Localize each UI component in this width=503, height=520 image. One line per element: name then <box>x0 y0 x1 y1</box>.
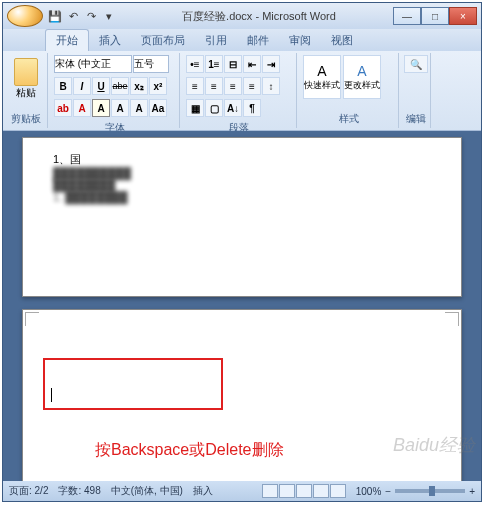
app-window: 💾 ↶ ↷ ▾ 百度经验.docx - Microsoft Word — □ ×… <box>2 2 482 502</box>
status-insert-mode[interactable]: 插入 <box>193 484 213 498</box>
subscript-button[interactable]: x₂ <box>130 77 148 95</box>
quick-access-toolbar: 💾 ↶ ↷ ▾ <box>47 8 117 24</box>
tab-references[interactable]: 引用 <box>195 30 237 51</box>
ribbon-tabs: 开始 插入 页面布局 引用 邮件 审阅 视图 <box>3 29 481 51</box>
minimize-button[interactable]: — <box>393 7 421 25</box>
multilevel-button[interactable]: ⊟ <box>224 55 242 73</box>
office-button[interactable] <box>7 5 43 27</box>
document-area[interactable]: 1、国 ██████████ ████████ 1. ████████ 按Bac… <box>3 131 481 481</box>
group-styles: A 快速样式 A 更改样式 样式 <box>299 53 399 128</box>
draft-view-button[interactable] <box>330 484 346 498</box>
justify-button[interactable]: ≡ <box>243 77 261 95</box>
annotation-text: 按Backspace或Delete删除 <box>95 440 284 461</box>
group-paragraph: •≡ 1≡ ⊟ ⇤ ⇥ ≡ ≡ ≡ ≡ ↕ ▦ ▢ A↓ ¶ <box>182 53 297 128</box>
window-title: 百度经验.docx - Microsoft Word <box>125 9 393 24</box>
line-spacing-button[interactable]: ↕ <box>262 77 280 95</box>
font-family-select[interactable] <box>54 55 132 73</box>
underline-button[interactable]: U <box>92 77 110 95</box>
tab-mailings[interactable]: 邮件 <box>237 30 279 51</box>
save-icon[interactable]: 💾 <box>47 8 63 24</box>
status-bar: 页面: 2/2 字数: 498 中文(简体, 中国) 插入 100% − + <box>3 481 481 501</box>
show-marks-button[interactable]: ¶ <box>243 99 261 117</box>
quick-styles-label: 快速样式 <box>304 79 340 92</box>
paste-button[interactable]: 粘贴 <box>9 55 43 110</box>
tab-insert[interactable]: 插入 <box>89 30 131 51</box>
redo-icon[interactable]: ↷ <box>83 8 99 24</box>
shading-button[interactable]: ▦ <box>186 99 204 117</box>
web-layout-view-button[interactable] <box>296 484 312 498</box>
zoom-level[interactable]: 100% <box>356 486 382 497</box>
qat-dropdown-icon[interactable]: ▾ <box>101 8 117 24</box>
status-word-count[interactable]: 字数: 498 <box>58 484 100 498</box>
tab-home[interactable]: 开始 <box>45 29 89 51</box>
change-styles-button[interactable]: A 更改样式 <box>343 55 381 99</box>
status-page[interactable]: 页面: 2/2 <box>9 484 48 498</box>
view-buttons <box>262 484 346 498</box>
styles-group-label: 样式 <box>303 110 394 126</box>
close-button[interactable]: × <box>449 7 477 25</box>
ribbon: 粘贴 剪贴板 B I U abe x₂ x² <box>3 51 481 131</box>
grow-font-button[interactable]: A <box>130 99 148 117</box>
change-case-button[interactable]: Aa <box>149 99 167 117</box>
quick-styles-button[interactable]: A 快速样式 <box>303 55 341 99</box>
zoom-in-button[interactable]: + <box>469 486 475 497</box>
doc-text-line: 1、国 <box>53 152 431 167</box>
paste-label: 粘贴 <box>16 86 36 100</box>
group-clipboard: 粘贴 剪贴板 <box>5 53 48 128</box>
text-cursor <box>51 388 52 402</box>
zoom-control: 100% − + <box>356 486 475 497</box>
outline-view-button[interactable] <box>313 484 329 498</box>
tab-layout[interactable]: 页面布局 <box>131 30 195 51</box>
group-font: B I U abe x₂ x² ab A A A A Aa 字体 <box>50 53 180 128</box>
bullets-button[interactable]: •≡ <box>186 55 204 73</box>
italic-button[interactable]: I <box>73 77 91 95</box>
quick-styles-icon: A <box>317 63 326 79</box>
zoom-out-button[interactable]: − <box>385 486 391 497</box>
align-right-button[interactable]: ≡ <box>224 77 242 95</box>
bold-button[interactable]: B <box>54 77 72 95</box>
status-language[interactable]: 中文(简体, 中国) <box>111 484 183 498</box>
title-bar: 💾 ↶ ↷ ▾ 百度经验.docx - Microsoft Word — □ × <box>3 3 481 29</box>
editing-group-label: 编辑 <box>405 110 426 126</box>
align-center-button[interactable]: ≡ <box>205 77 223 95</box>
page-1[interactable]: 1、国 ██████████ ████████ 1. ████████ <box>22 137 462 297</box>
annotation-box <box>43 358 223 410</box>
zoom-slider[interactable] <box>395 489 465 493</box>
font-color-button[interactable]: A <box>73 99 91 117</box>
font-size-select[interactable] <box>133 55 169 73</box>
change-styles-label: 更改样式 <box>344 79 380 92</box>
tab-review[interactable]: 审阅 <box>279 30 321 51</box>
undo-icon[interactable]: ↶ <box>65 8 81 24</box>
highlight-button[interactable]: ab <box>54 99 72 117</box>
change-styles-icon: A <box>357 63 366 79</box>
maximize-button[interactable]: □ <box>421 7 449 25</box>
char-border-button[interactable]: A <box>111 99 129 117</box>
clipboard-group-label: 剪贴板 <box>9 110 43 126</box>
page-2[interactable]: 按Backspace或Delete删除 <box>22 309 462 481</box>
tab-view[interactable]: 视图 <box>321 30 363 51</box>
print-layout-view-button[interactable] <box>262 484 278 498</box>
numbering-button[interactable]: 1≡ <box>205 55 223 73</box>
align-left-button[interactable]: ≡ <box>186 77 204 95</box>
window-controls: — □ × <box>393 7 477 25</box>
margin-corner-icon <box>25 312 39 326</box>
find-button[interactable]: 🔍 <box>404 55 428 73</box>
borders-button[interactable]: ▢ <box>205 99 223 117</box>
redacted-text: 1. ████████ <box>53 191 431 203</box>
paste-icon <box>14 58 38 86</box>
increase-indent-button[interactable]: ⇥ <box>262 55 280 73</box>
margin-corner-icon <box>445 312 459 326</box>
redacted-text: ██████████ <box>53 167 431 179</box>
char-shading-button[interactable]: A <box>92 99 110 117</box>
sort-button[interactable]: A↓ <box>224 99 242 117</box>
full-screen-view-button[interactable] <box>279 484 295 498</box>
redacted-text: ████████ <box>53 179 431 191</box>
decrease-indent-button[interactable]: ⇤ <box>243 55 261 73</box>
superscript-button[interactable]: x² <box>149 77 167 95</box>
strikethrough-button[interactable]: abe <box>111 77 129 95</box>
group-editing: 🔍 编辑 <box>401 53 431 128</box>
